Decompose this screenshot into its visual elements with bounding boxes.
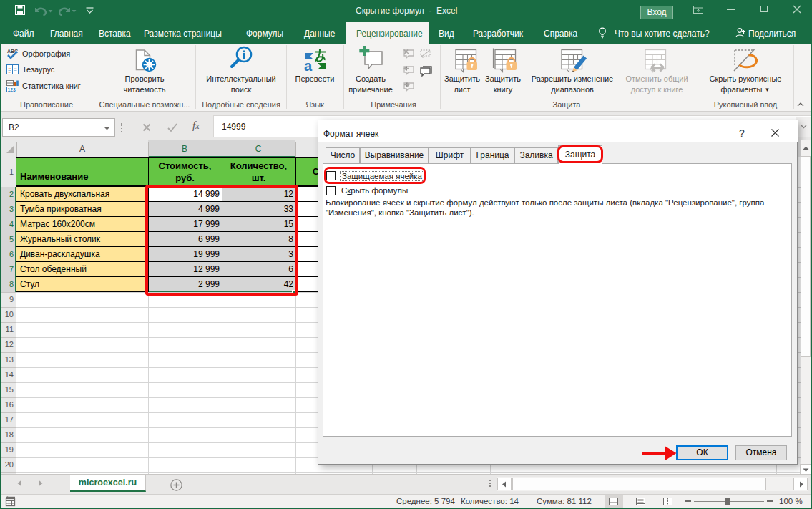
svg-text:a: a: [304, 58, 313, 72]
svg-text:123: 123: [8, 87, 16, 92]
